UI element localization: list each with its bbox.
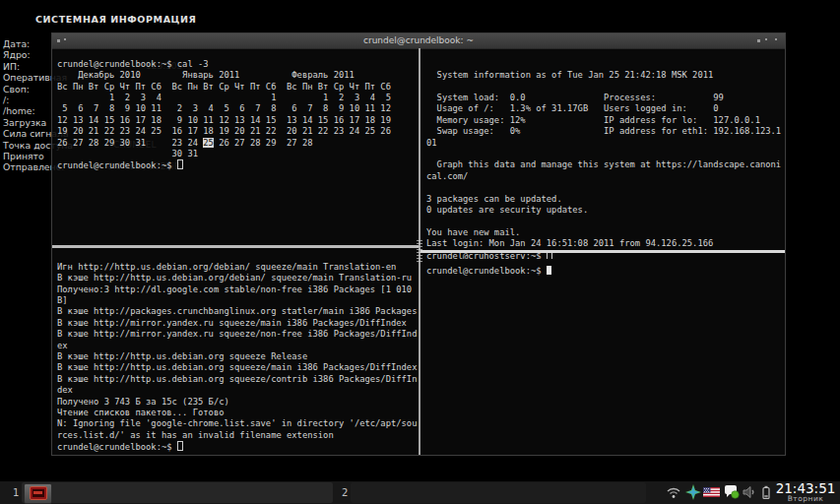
conky-label: Загрузка [3,117,46,128]
terminal-line: В кэше http://http.us.debian.org squeeze… [57,374,419,385]
terminal-line: dex [57,385,419,396]
terminal-line: В] [57,295,419,306]
terminal-line: В кэше http://mirror.yandex.ru squeeze/m… [57,318,419,329]
terminal-window: crundel@crundelbook: ~ crundel@crundelbo… [51,32,786,456]
terminal-line [426,82,784,93]
terminal-pane-prompt[interactable]: crundel@crundelbook:~$ [423,264,784,455]
terminal-cursor [177,441,183,451]
window-shade-icon[interactable] [64,38,66,40]
window-title: crundel@crundelbook: ~ [52,33,785,48]
terminal-line: crundel@crundelbook:~$ [57,441,419,453]
terminal-line: В кэше http://mirror.yandex.ru squeeze/n… [57,329,419,340]
terminal-body: crundel@crundelbook:~$ cal -3 Декабрь 20… [52,48,785,455]
terminal-pane-apt-update[interactable]: Игн http://http.us.debian.org/debian/ sq… [54,260,419,455]
terminal-pane-ssh-server[interactable]: System information as of Tue Jan 25 21:4… [423,57,784,259]
battery-icon[interactable] [758,484,774,500]
terminal-line: 19 20 21 22 23 24 25 16 17 18 19 20 21 2… [57,126,419,137]
terminal-line: System load: 0.0 Processes: 99 [426,93,784,103]
network-star-icon[interactable] [685,484,701,500]
minimize-button[interactable] [757,39,760,42]
terminal-line: crundel@crundelbook:~$ cal -3 [57,59,419,70]
terminal-line: В кэше http://http.us.debian.org squeeze… [57,362,419,373]
terminal-line: В кэше http://packages.crunchbanglinux.o… [57,306,419,317]
window-titlebar[interactable]: crundel@crundelbook: ~ [52,33,785,49]
conky-label: Своп: [3,84,30,94]
messenger-icon[interactable] [724,484,740,500]
terminal-line: Получено 3 743 Б за 15с (235 Б/с) [57,397,419,408]
calendar-today-highlight: 25 [203,138,214,148]
desktop: СИСТЕМНАЯ ИНФОРМАЦИЯ Дата:Ядро:ИП:123.10… [0,0,840,504]
terminal-line: 1 2 3 4 1 1 2 3 4 5 [57,93,419,103]
conky-label: Принято [3,151,44,161]
terminal-line: ex [57,341,419,351]
terminal-line: System information as of Tue Jan 25 21:4… [426,70,784,81]
terminal-line: crundel@crundelbook:~$ [57,159,419,171]
volume-icon[interactable] [742,484,757,500]
terminal-line: cal.com/ [426,171,784,182]
terminal-line: You have new mail. [426,227,784,238]
clock[interactable]: 21:43:51 Вторник [774,482,837,503]
terminal-line: Игн http://http.us.debian.org/debian/ sq… [57,262,419,273]
terminal-line: 30 31 [57,149,419,159]
terminal-line: 3 packages can be updated. [426,194,784,205]
terminal-line: Чтение списков пакетов... Готово [57,408,419,418]
maximize-button[interactable] [765,38,767,40]
terminal-line [426,149,784,159]
terminal-line: 5 6 7 8 9 10 11 2 3 4 5 6 7 8 6 7 8 9 10… [57,103,419,114]
workspace-2-label[interactable]: 2 [342,481,348,504]
terminator-icon [30,486,47,500]
pane-divider-horizontal-right[interactable] [420,250,785,253]
terminal-cursor [177,159,183,169]
terminal-line: Last login: Mon Jan 24 16:51:08 2011 fro… [426,238,784,249]
workspace-1-label[interactable]: 1 [13,481,19,504]
terminal-line: 0 updates are security updates. [426,205,784,216]
workspace-2-tasklist [351,482,646,503]
wifi-icon[interactable] [666,484,681,500]
terminal-line: В кэше http://http.us.debian.org/debian/… [57,273,419,284]
terminal-line: Декабрь 2010 Январь 2011 Февраль 2011 [57,70,419,81]
conky-label: /home: [3,105,35,116]
terminal-line: Swap usage: 0% IP address for eth1: 192.… [426,126,784,137]
conky-label: /: [3,94,9,105]
conky-title: СИСТЕМНАЯ ИНФОРМАЦИЯ [35,14,197,25]
conky-label: Дата: [3,38,30,49]
terminal-line: 12 13 14 15 16 17 18 9 10 11 12 13 14 15… [57,115,419,126]
terminal-line: Usage of /: 1.3% of 31.17GB Users logged… [426,103,784,114]
terminal-line: Получено:3 http://dl.google.com stable/n… [57,284,419,295]
close-button[interactable] [775,38,777,40]
keyboard-layout-us-flag-icon[interactable] [703,484,720,500]
terminal-line: 01 [426,138,784,149]
pane-resize-handle[interactable] [417,240,422,262]
terminal-line: N: Ignoring file 'google-chrome.list.sav… [57,418,419,429]
terminal-line [426,59,784,70]
terminal-line: В кэше http://http.us.debian.org squeeze… [57,351,419,362]
pane-divider-horizontal-left[interactable] [52,245,419,248]
taskbar: 1 2 [0,481,840,504]
terminal-pane-calendar[interactable]: crundel@crundelbook:~$ cal -3 Декабрь 20… [54,57,419,254]
terminal-line: crundel@crundelbook:~$ [426,266,784,277]
workspace-1-tasklist [22,482,333,503]
terminal-line: Вс Пн Вт Ср Чт Пт Сб Вс Пн Вт Ср Чт Пт С… [57,82,419,93]
terminal-line: 26 27 28 29 30 31 23 24 25 26 27 28 29 2… [57,138,419,149]
clock-day: Вторник [774,495,837,503]
terminal-cursor [547,266,551,275]
terminal-line: rces.list.d/' as it has an invalid filen… [57,430,419,441]
terminal-line: Memory usage: 12% IP address for lo: 127… [426,115,784,126]
conky-label: ИП: [3,61,20,72]
terminal-line [426,182,784,193]
terminal-line [426,216,784,226]
window-menu-icon[interactable] [57,39,60,42]
conky-label: Ядро: [3,49,31,60]
terminal-line: Graph this data and manage this system a… [426,159,784,170]
task-button-terminal[interactable] [24,483,52,504]
